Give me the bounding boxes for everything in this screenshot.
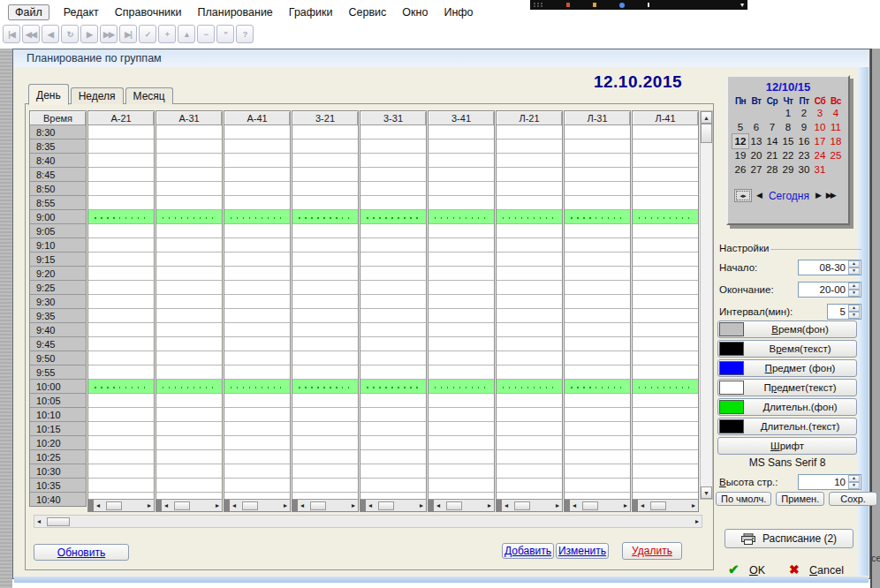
schedule-cell[interactable] — [429, 436, 494, 450]
remove-button[interactable]: − — [197, 25, 215, 43]
prev-page-button[interactable]: ◀◀ — [22, 25, 40, 43]
delete-lesson-button[interactable]: Удалить — [622, 542, 682, 560]
font-button[interactable]: Шрифт — [717, 437, 857, 455]
schedule-cell[interactable] — [88, 493, 154, 499]
calendar-day[interactable]: 6 — [748, 120, 764, 134]
calendar-day[interactable]: 22 — [780, 148, 796, 162]
schedule-cell[interactable] — [224, 394, 290, 408]
schedule-cell[interactable] — [633, 168, 698, 182]
schedule-cell[interactable] — [633, 182, 698, 196]
schedule-cell[interactable] — [88, 139, 154, 154]
calendar-day[interactable]: 16 — [796, 134, 812, 148]
schedule-cell[interactable] — [88, 154, 154, 168]
calendar-day[interactable]: 7 — [764, 120, 780, 134]
schedule-cell[interactable] — [565, 154, 630, 168]
schedule-cell[interactable] — [292, 238, 358, 253]
schedule-cell[interactable] — [292, 450, 358, 464]
schedule-cell[interactable] — [429, 238, 494, 253]
schedule-cell[interactable] — [360, 394, 426, 408]
duration-text-button[interactable]: Длительн.(текст) — [717, 418, 857, 435]
schedule-cell-highlighted[interactable] — [429, 380, 494, 394]
menu-item-service[interactable]: Сервис — [349, 6, 387, 19]
schedule-cell-highlighted[interactable] — [88, 210, 154, 224]
calendar-day[interactable]: 17 — [812, 134, 828, 148]
schedule-cell[interactable] — [156, 182, 222, 196]
calendar-prev-icon[interactable]: ◀ — [756, 189, 762, 202]
schedule-cell[interactable] — [633, 253, 698, 267]
schedule-cell[interactable] — [360, 139, 426, 154]
schedule-cell[interactable] — [429, 154, 494, 168]
schedule-cell[interactable] — [224, 337, 290, 351]
schedule-cell[interactable] — [88, 351, 154, 366]
schedule-cell[interactable] — [565, 337, 630, 351]
schedule-cell[interactable] — [224, 464, 290, 479]
schedule-cell[interactable] — [565, 464, 630, 479]
move-up-button[interactable]: ▲ — [178, 25, 195, 43]
scroll-up-icon[interactable]: ▲ — [701, 111, 712, 124]
schedule-cell[interactable] — [156, 351, 222, 366]
schedule-cell[interactable] — [633, 154, 698, 168]
schedule-cell[interactable] — [156, 309, 222, 323]
scrollbar-track[interactable] — [701, 143, 712, 486]
start-time-spinner[interactable]: ▲▼ — [848, 260, 860, 275]
calendar-day[interactable]: 9 — [796, 120, 812, 134]
schedule-cell[interactable] — [633, 139, 698, 154]
scrollbar-thumb[interactable] — [650, 501, 666, 510]
schedule-cell[interactable] — [224, 450, 290, 464]
schedule-cell[interactable] — [429, 125, 494, 139]
schedule-cell[interactable] — [633, 337, 698, 351]
schedule-cell[interactable] — [429, 168, 494, 182]
schedule-cell-highlighted[interactable] — [565, 210, 630, 224]
schedule-cell[interactable] — [360, 450, 426, 464]
schedule-cell[interactable] — [224, 139, 290, 154]
edit-lesson-button[interactable]: Изменить — [556, 543, 609, 559]
schedule-cell[interactable] — [88, 323, 154, 337]
schedule-cell-highlighted[interactable] — [156, 380, 222, 394]
time-bg-button[interactable]: Время(фон) — [717, 320, 857, 338]
schedule-cell[interactable] — [224, 479, 290, 493]
schedule-cell[interactable] — [292, 281, 358, 295]
scroll-left-icon[interactable]: ◂ — [298, 501, 307, 511]
next-page-button[interactable]: ▶▶ — [100, 25, 118, 43]
schedule-cell[interactable] — [565, 168, 630, 182]
calendar-day[interactable]: 24 — [812, 148, 828, 162]
schedule-cell[interactable] — [156, 464, 222, 479]
scroll-left-icon[interactable]: ◂ — [230, 501, 239, 511]
schedule-cell[interactable] — [156, 366, 222, 380]
schedule-cell[interactable] — [497, 224, 562, 238]
calendar-day[interactable]: 25 — [828, 148, 844, 162]
schedule-cell[interactable] — [88, 394, 154, 408]
schedule-cell[interactable] — [633, 479, 698, 493]
comment-button[interactable]: ” — [216, 25, 234, 43]
schedule-cell[interactable] — [292, 394, 358, 408]
schedule-cell[interactable] — [565, 224, 630, 238]
schedule-cell-highlighted[interactable] — [633, 380, 698, 394]
schedule-cell[interactable] — [565, 295, 630, 309]
scrollbar-thumb[interactable] — [514, 501, 530, 510]
schedule-cell[interactable] — [292, 125, 358, 139]
schedule-cell[interactable] — [429, 196, 494, 210]
schedule-cell[interactable] — [224, 154, 290, 168]
scroll-left-icon[interactable]: ◂ — [94, 501, 102, 511]
horizontal-scrollbar[interactable]: ◂ ▸ — [34, 515, 702, 528]
scroll-right-icon[interactable]: ▸ — [553, 501, 562, 511]
schedule-cell[interactable] — [497, 450, 562, 464]
schedule-cell[interactable] — [429, 394, 494, 408]
column-scrollbar[interactable]: ◂▸ — [565, 499, 630, 511]
schedule-cell[interactable] — [156, 479, 222, 493]
apply-button[interactable]: Примен. — [776, 492, 824, 506]
apply-button[interactable]: ✓ — [139, 25, 156, 43]
scroll-right-icon[interactable]: ▸ — [349, 501, 358, 511]
schedule-cell[interactable] — [292, 139, 358, 154]
schedule-cell[interactable] — [224, 196, 290, 210]
calendar-day[interactable]: 26 — [732, 162, 748, 177]
schedule-cell[interactable] — [88, 281, 154, 295]
schedule-cell[interactable] — [565, 139, 630, 154]
menu-item-references[interactable]: Справочники — [115, 6, 182, 19]
schedule-cell[interactable] — [565, 394, 630, 408]
next-button[interactable]: ▶ — [80, 25, 98, 43]
schedule-cell[interactable] — [156, 139, 222, 154]
schedule-cell[interactable] — [497, 479, 562, 493]
schedule-cell[interactable] — [633, 408, 698, 422]
menu-item-file[interactable]: Файл — [8, 4, 49, 20]
